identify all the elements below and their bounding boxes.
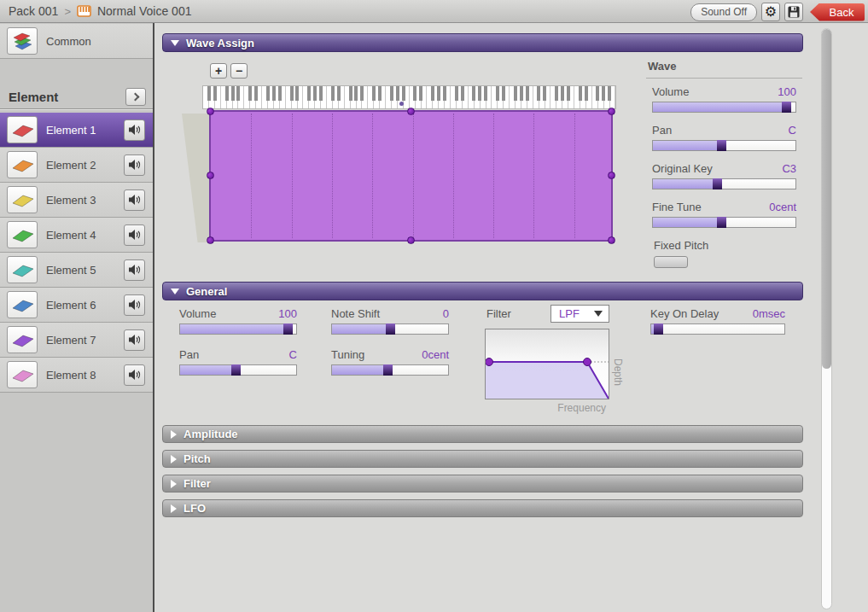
region-handle[interactable] — [207, 236, 214, 244]
settings-button[interactable]: ⚙ — [761, 3, 780, 21]
black-key[interactable] — [496, 86, 499, 101]
black-key[interactable] — [596, 86, 599, 101]
black-key[interactable] — [543, 86, 546, 101]
black-key[interactable] — [555, 86, 558, 101]
scrollbar-track[interactable] — [821, 28, 832, 609]
element-audition-button[interactable] — [124, 154, 145, 176]
sidebar-item-element-3[interactable]: Element 3 — [0, 183, 153, 218]
black-key[interactable] — [443, 86, 446, 101]
sidebar-item-element-7[interactable]: Element 7 — [0, 323, 153, 358]
black-key[interactable] — [608, 86, 611, 101]
black-key[interactable] — [372, 86, 376, 101]
black-key[interactable] — [378, 86, 382, 101]
sidebar-item-element-5[interactable]: Element 5 — [0, 253, 153, 288]
slider-thumb[interactable] — [383, 364, 393, 376]
black-key[interactable] — [561, 86, 564, 101]
filter-response-graph[interactable] — [485, 329, 609, 399]
slider-thumb[interactable] — [717, 140, 726, 151]
sidebar-item-element-6[interactable]: Element 6 — [0, 288, 153, 323]
black-key[interactable] — [478, 86, 481, 101]
black-key[interactable] — [455, 86, 458, 101]
black-key[interactable] — [236, 86, 240, 101]
region-handle[interactable] — [207, 172, 214, 179]
black-key[interactable] — [579, 86, 582, 101]
sidebar-item-common[interactable]: Common — [0, 24, 153, 59]
element-audition-button[interactable] — [124, 224, 145, 246]
black-key[interactable] — [502, 86, 505, 101]
black-key[interactable] — [413, 86, 417, 101]
element-expand-button[interactable] — [125, 88, 146, 106]
region-handle[interactable] — [608, 108, 615, 115]
slider-track[interactable] — [331, 323, 449, 335]
black-key[interactable] — [213, 86, 217, 101]
piano-keyboard[interactable] — [202, 85, 616, 109]
slider-thumb[interactable] — [283, 323, 293, 335]
black-key[interactable] — [278, 86, 282, 101]
section-filter[interactable]: Filter — [162, 475, 803, 493]
black-key[interactable] — [248, 86, 252, 101]
black-key[interactable] — [295, 86, 299, 101]
slider-track[interactable] — [179, 364, 297, 376]
black-key[interactable] — [254, 86, 258, 101]
black-key[interactable] — [537, 86, 540, 101]
slider-thumb[interactable] — [654, 323, 663, 335]
black-key[interactable] — [461, 86, 464, 101]
element-audition-button[interactable] — [124, 259, 145, 281]
black-key[interactable] — [354, 86, 358, 101]
sidebar-item-element-8[interactable]: Element 8 — [0, 358, 153, 393]
zoom-out-button[interactable]: − — [230, 63, 248, 79]
black-key[interactable] — [307, 86, 311, 101]
element-audition-button[interactable] — [124, 189, 145, 211]
black-key[interactable] — [290, 86, 294, 101]
fixed-pitch-toggle[interactable] — [654, 256, 688, 268]
black-key[interactable] — [472, 86, 475, 101]
element-audition-button[interactable] — [124, 329, 145, 351]
region-handle[interactable] — [608, 236, 615, 244]
black-key[interactable] — [396, 86, 399, 101]
black-key[interactable] — [520, 86, 523, 101]
black-key[interactable] — [349, 86, 352, 101]
element-audition-button[interactable] — [124, 294, 145, 316]
breadcrumb-pack[interactable]: Pack 001 — [9, 4, 58, 18]
back-button[interactable]: Back — [810, 3, 865, 21]
black-key[interactable] — [360, 86, 364, 101]
black-key[interactable] — [337, 86, 341, 101]
black-key[interactable] — [585, 86, 588, 101]
black-key[interactable] — [390, 86, 393, 101]
black-key[interactable] — [225, 86, 229, 101]
scrollbar-thumb[interactable] — [822, 29, 831, 369]
black-key[interactable] — [437, 86, 440, 101]
black-key[interactable] — [484, 86, 487, 101]
general-header[interactable]: General — [162, 282, 803, 300]
black-key[interactable] — [419, 86, 422, 101]
black-key[interactable] — [319, 86, 323, 101]
element-audition-button[interactable] — [124, 119, 145, 141]
black-key[interactable] — [266, 86, 270, 101]
slider-track[interactable] — [652, 102, 796, 113]
black-key[interactable] — [272, 86, 276, 101]
slider-track[interactable] — [652, 140, 796, 151]
slider-track[interactable] — [650, 323, 785, 335]
black-key[interactable] — [231, 86, 235, 101]
slider-thumb[interactable] — [782, 102, 791, 113]
black-key[interactable] — [526, 86, 529, 101]
slider-track[interactable] — [652, 178, 796, 189]
filter-type-dropdown[interactable]: LPF — [551, 305, 609, 323]
section-amplitude[interactable]: Amplitude — [162, 425, 803, 443]
sidebar-item-element-1[interactable]: Element 1 — [0, 113, 153, 148]
slider-track[interactable] — [652, 217, 796, 228]
black-key[interactable] — [514, 86, 517, 101]
slider-track[interactable] — [179, 323, 297, 335]
black-key[interactable] — [567, 86, 570, 101]
save-button[interactable] — [784, 3, 803, 21]
slider-thumb[interactable] — [717, 217, 726, 228]
slider-track[interactable] — [331, 364, 449, 376]
region-handle[interactable] — [207, 108, 214, 115]
element-audition-button[interactable] — [124, 364, 145, 386]
black-key[interactable] — [431, 86, 434, 101]
black-key[interactable] — [313, 86, 317, 101]
region-handle[interactable] — [608, 172, 615, 179]
section-pitch[interactable]: Pitch — [162, 450, 803, 468]
slider-thumb[interactable] — [713, 178, 722, 189]
slider-thumb[interactable] — [386, 323, 395, 335]
